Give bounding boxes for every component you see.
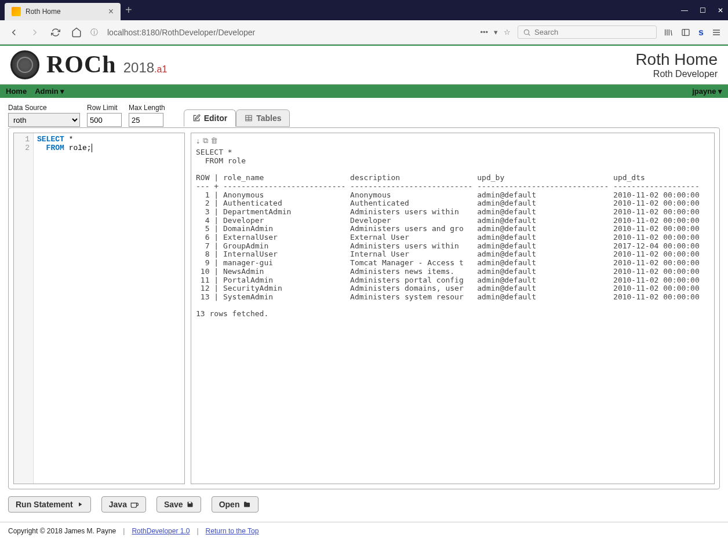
more-icon[interactable]: ••• (480, 28, 488, 36)
row-limit-label: Row Limit (87, 104, 122, 112)
data-source-select[interactable]: roth (8, 113, 80, 127)
svg-point-0 (524, 30, 529, 34)
search-input[interactable] (534, 28, 651, 36)
maximize-button[interactable]: ☐ (700, 6, 706, 14)
row-limit-input[interactable] (87, 113, 122, 127)
svg-rect-3 (188, 502, 191, 504)
open-button[interactable]: Open (212, 496, 259, 513)
copyright: Copyright © 2018 James M. Payne (8, 527, 116, 535)
sql-editor[interactable]: 12 SELECT * FROM role; (13, 133, 185, 484)
forward-button[interactable] (28, 25, 42, 39)
java-button[interactable]: Java (101, 496, 146, 513)
minimize-button[interactable]: — (681, 6, 688, 14)
results-download-icon[interactable]: ⇣ (196, 137, 201, 146)
content-area: 12 SELECT * FROM role; ⇣ ⧉ 🗑 SELECT * FR… (8, 127, 720, 489)
app-header: ROCh 2018.a1 Roth Home Roth Developer (0, 45, 728, 85)
save-icon (187, 501, 194, 508)
results-output: SELECT * FROM role ROW | role_name descr… (196, 148, 709, 319)
edit-icon (192, 114, 201, 122)
account-icon[interactable]: s (698, 27, 704, 38)
window-controls: — ☐ ✕ (681, 6, 723, 14)
footer-link-top[interactable]: Return to the Top (206, 527, 259, 535)
logo-text: ROCh (46, 50, 117, 78)
info-icon[interactable]: ⓘ (90, 27, 98, 38)
menu-bar: Home Admin ▾ jpayne ▾ (0, 85, 728, 98)
editor-code[interactable]: SELECT * FROM role; (34, 133, 184, 484)
tab-close-button[interactable]: × (108, 6, 114, 17)
svg-rect-1 (682, 29, 689, 35)
logo-icon (10, 50, 39, 79)
play-icon (77, 501, 83, 508)
close-window-button[interactable]: ✕ (718, 6, 723, 14)
query-toolbar: Data Source roth Row Limit Max Length Ed… (8, 104, 720, 127)
action-buttons: Run Statement Java Save Open (8, 496, 720, 513)
footer: Copyright © 2018 James M. Payne | RothDe… (0, 522, 728, 540)
logo-year: 2018 (123, 60, 154, 75)
reload-button[interactable] (49, 25, 63, 39)
tab-title: Roth Home (26, 8, 104, 16)
save-button[interactable]: Save (156, 496, 201, 513)
max-length-input[interactable] (129, 113, 163, 127)
page-subtitle: Roth Developer (635, 69, 718, 79)
run-statement-button[interactable]: Run Statement (8, 496, 91, 513)
url-text[interactable]: localhost:8180/RothDeveloper/Developer (103, 25, 475, 39)
max-length-label: Max Length (129, 104, 165, 112)
bookmark-star-icon[interactable]: ☆ (504, 28, 511, 36)
browser-toolbar: ⓘ localhost:8180/RothDeveloper/Developer… (0, 20, 728, 45)
logo-suffix: .a1 (154, 64, 167, 74)
menu-home[interactable]: Home (6, 87, 27, 96)
search-bar[interactable] (518, 25, 657, 39)
tab-tables[interactable]: Tables (236, 109, 290, 127)
sidebar-icon[interactable] (681, 28, 690, 37)
url-bar[interactable]: ⓘ localhost:8180/RothDeveloper/Developer… (90, 25, 511, 39)
table-icon (245, 114, 253, 122)
new-tab-button[interactable]: + (125, 3, 132, 17)
favicon (12, 7, 21, 16)
data-source-label: Data Source (8, 104, 80, 112)
tab-editor[interactable]: Editor (184, 109, 236, 127)
home-button[interactable] (70, 25, 83, 39)
footer-link-version[interactable]: RothDeveloper 1.0 (132, 527, 190, 535)
menu-user[interactable]: jpayne ▾ (692, 87, 722, 96)
editor-gutter: 12 (14, 133, 34, 484)
page-title: Roth Home (635, 50, 718, 69)
menu-icon[interactable] (712, 28, 721, 37)
folder-open-icon (243, 501, 251, 508)
browser-tab-bar: Roth Home × + — ☐ ✕ (0, 0, 728, 20)
results-copy-icon[interactable]: ⧉ (203, 137, 208, 146)
pocket-icon[interactable]: ▾ (494, 28, 498, 36)
menu-admin[interactable]: Admin ▾ (35, 87, 64, 96)
search-icon (523, 28, 531, 36)
browser-tab[interactable]: Roth Home × (5, 3, 121, 20)
library-icon[interactable] (664, 28, 673, 37)
results-delete-icon[interactable]: 🗑 (210, 137, 218, 146)
results-panel: ⇣ ⧉ 🗑 SELECT * FROM role ROW | role_name… (191, 133, 715, 484)
coffee-icon (130, 500, 139, 508)
back-button[interactable] (7, 25, 21, 39)
